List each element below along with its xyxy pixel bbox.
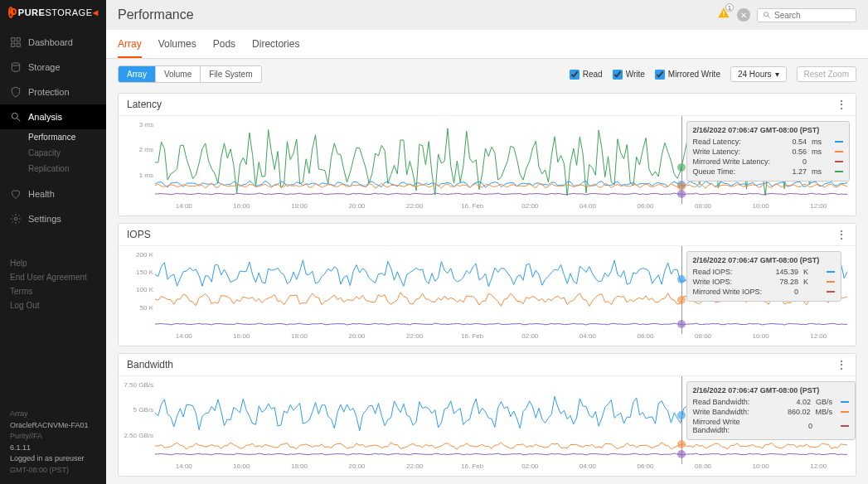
- tooltip-row: Read IOPS:145.39K: [693, 267, 835, 277]
- footer-link-terms[interactable]: Terms: [10, 284, 96, 298]
- close-button[interactable]: ✕: [737, 8, 750, 22]
- check-read[interactable]: Read: [570, 70, 603, 80]
- logo: PURESTORAGE ◀: [0, 0, 106, 25]
- scope-array[interactable]: Array: [119, 66, 156, 82]
- tooltip-row: Write Bandwidth:860.02MB/s: [693, 407, 849, 417]
- search-box[interactable]: [757, 8, 856, 22]
- x-tick: 04:00: [579, 462, 596, 470]
- nav-label: Storage: [28, 62, 61, 72]
- tooltip-value: 4.02: [786, 398, 811, 406]
- y-tick: 3 ms: [139, 121, 153, 128]
- brand-pure: PURE: [18, 7, 46, 17]
- page-title: Performance: [118, 7, 194, 22]
- x-tick: 10:00: [753, 202, 769, 210]
- magnify-icon: [10, 111, 22, 123]
- tooltip-unit: MB/s: [815, 408, 832, 416]
- y-tick: 100 K: [136, 286, 153, 293]
- cursor-dot: [677, 296, 686, 304]
- tab-volumes[interactable]: Volumes: [158, 30, 196, 58]
- x-tick: 06:00: [637, 202, 653, 210]
- cursor-dot: [677, 275, 686, 283]
- chart-iops[interactable]: 200 K150 K100 K50 K14:0016:0018:0020:002…: [119, 246, 856, 346]
- heart-icon: [10, 188, 22, 200]
- panel-bandwidth: Bandwidth⋮7.50 GB/s5 GB/s2.50 GB/s14:001…: [118, 353, 856, 477]
- scope-file-system[interactable]: File System: [201, 66, 260, 82]
- svg-point-4: [12, 63, 19, 66]
- checkbox[interactable]: [613, 70, 623, 80]
- controls-bar: ArrayVolumeFile System ReadWriteMirrored…: [106, 59, 868, 90]
- view-tabs: ArrayVolumesPodsDirectories: [106, 30, 868, 59]
- kebab-icon[interactable]: ⋮: [836, 233, 847, 236]
- tooltip-unit: K: [803, 268, 818, 276]
- check-write[interactable]: Write: [613, 70, 645, 80]
- tab-directories[interactable]: Directories: [252, 30, 299, 58]
- footer-link-help[interactable]: Help: [10, 256, 96, 270]
- tooltip-value: 78.28: [773, 278, 798, 286]
- footer-link-log-out[interactable]: Log Out: [10, 298, 96, 312]
- tooltip-timestamp: 2/16/2022 07:06:47 GMT-08:00 (PST): [693, 126, 843, 134]
- tooltip-row: Write IOPS:78.28K: [693, 277, 835, 287]
- kebab-icon[interactable]: ⋮: [836, 103, 847, 106]
- tab-array[interactable]: Array: [118, 30, 142, 58]
- nav-label: Protection: [28, 87, 70, 97]
- x-tick: 12:00: [810, 462, 827, 470]
- tab-pods[interactable]: Pods: [213, 30, 235, 58]
- nav: DashboardStorageProtectionAnalysisPerfor…: [0, 25, 106, 231]
- tooltip-swatch: [841, 401, 849, 403]
- subnav-capacity[interactable]: Capacity: [28, 145, 106, 161]
- scope-volume[interactable]: Volume: [156, 66, 201, 82]
- footer-link-end-user-agreement[interactable]: End User Agreement: [10, 270, 96, 284]
- nav-label: Health: [28, 189, 55, 199]
- cursor-dot: [677, 411, 686, 419]
- nav-item-health[interactable]: Health: [0, 182, 106, 206]
- tooltip-label: Write Bandwidth:: [693, 408, 774, 416]
- chart-latency[interactable]: 3 ms2 ms1 ms14:0016:0018:0020:0022:0016.…: [119, 116, 856, 215]
- reset-zoom-button[interactable]: Reset Zoom: [797, 66, 856, 82]
- status-array-lbl: Array: [10, 409, 96, 420]
- subnav-performance[interactable]: Performance: [28, 129, 106, 145]
- svg-rect-1: [17, 38, 20, 41]
- tooltip-unit: K: [803, 278, 818, 286]
- x-tick: 06:00: [637, 332, 653, 340]
- x-tick: 20:00: [349, 462, 366, 470]
- nav-item-protection[interactable]: Protection: [0, 80, 106, 104]
- check-mirrored-write[interactable]: Mirrored Write: [655, 70, 720, 80]
- cursor-dot: [677, 450, 686, 458]
- tooltip: 2/16/2022 07:06:47 GMT-08:00 (PST)Read B…: [686, 381, 856, 440]
- panel-title: Bandwidth: [127, 359, 173, 370]
- nav-item-dashboard[interactable]: Dashboard: [0, 30, 106, 55]
- y-tick: 2 ms: [139, 146, 153, 153]
- kebab-icon[interactable]: ⋮: [836, 363, 847, 366]
- x-tick: 18:00: [291, 462, 308, 470]
- nav-item-settings[interactable]: Settings: [0, 206, 106, 231]
- x-tick: 08:00: [695, 332, 711, 340]
- check-label: Mirrored Write: [668, 70, 720, 79]
- svg-point-7: [14, 217, 17, 220]
- nav-item-analysis[interactable]: Analysis: [0, 104, 106, 129]
- x-tick: 02:00: [521, 202, 538, 210]
- alert-count: 1: [725, 3, 734, 12]
- nav-label: Settings: [28, 214, 61, 224]
- x-tick: 12:00: [810, 202, 827, 210]
- status-user: Logged in as pureuser: [10, 453, 96, 465]
- tooltip-row: Mirrored Write Bandwidth:0: [693, 417, 849, 435]
- tooltip-label: Mirrored Write IOPS:: [693, 288, 762, 296]
- check-label: Write: [626, 70, 645, 79]
- time-range-select[interactable]: 24 Hours▾: [730, 66, 787, 82]
- cursor-dot: [677, 163, 686, 172]
- tooltip-label: Write IOPS:: [693, 278, 762, 286]
- checkbox[interactable]: [655, 70, 665, 80]
- tooltip-label: Read Bandwidth:: [693, 398, 774, 406]
- tooltip: 2/16/2022 07:06:47 GMT-08:00 (PST)Read L…: [686, 121, 850, 182]
- tooltip-value: 0.54: [782, 138, 807, 146]
- nav-label: Analysis: [28, 112, 62, 122]
- chart-bandwidth[interactable]: 7.50 GB/s5 GB/s2.50 GB/s14:0016:0018:002…: [119, 376, 856, 476]
- collapse-icon[interactable]: ◀: [93, 9, 99, 17]
- search-input[interactable]: [774, 11, 849, 20]
- checkbox[interactable]: [570, 70, 579, 80]
- nav-item-storage[interactable]: Storage: [0, 55, 106, 80]
- subnav-replication[interactable]: Replication: [28, 161, 106, 177]
- status-os: Purity//FA: [10, 431, 96, 443]
- alert-badge[interactable]: 1: [717, 7, 730, 23]
- x-tick: 18:00: [291, 332, 308, 340]
